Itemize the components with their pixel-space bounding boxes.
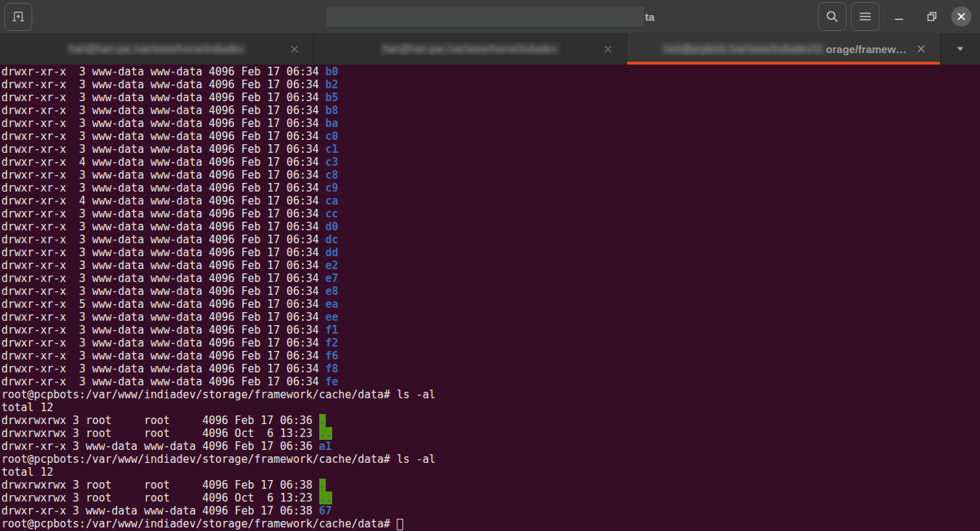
directory-name: e7	[326, 272, 339, 285]
tab-2[interactable]: hari@hari-par:/var/www/home/indiadev	[314, 33, 627, 65]
directory-name: b0	[326, 65, 339, 78]
terminal-line: drwxrwxrwx 3 root root 4096 Feb 17 06:38…	[1, 479, 980, 492]
terminal-line: root@pcpbots:/var/www/indiadev/storage/f…	[1, 388, 980, 401]
directory-name: ba	[326, 117, 339, 130]
directory-name: a1	[319, 440, 332, 453]
terminal-line: drwxrwxrwx 3 root root 4096 Oct 6 13:23 …	[1, 492, 980, 504]
terminal-line: drwxr-xr-x 3 www-data www-data 4096 Feb …	[1, 324, 980, 337]
terminal-line: drwxr-xr-x 4 www-data www-data 4096 Feb …	[1, 194, 980, 207]
window-titlebar: ta	[0, 0, 980, 33]
terminal-line: drwxr-xr-x 3 www-data www-data 4096 Feb …	[1, 311, 980, 324]
terminal-cursor	[397, 519, 403, 530]
new-tab-button[interactable]	[4, 3, 32, 31]
title-redaction-box	[326, 6, 644, 27]
directory-name: ca	[326, 194, 339, 207]
terminal-line: drwxr-xr-x 3 www-data www-data 4096 Feb …	[1, 207, 980, 220]
terminal-line: total 12	[1, 466, 980, 479]
tab-1[interactable]: hari@hari-par:/var/www/home/indiadev	[0, 33, 314, 65]
search-button[interactable]	[818, 2, 847, 31]
tab-3-close-icon[interactable]	[915, 43, 927, 55]
terminal-line: drwxr-xr-x 3 www-data www-data 4096 Feb …	[1, 117, 980, 130]
new-tab-icon	[11, 10, 26, 23]
window-title-text: ta	[645, 11, 654, 23]
terminal-line: root@pcpbots:/var/www/indiadev/storage/f…	[1, 517, 980, 530]
directory-name: c9	[326, 182, 339, 194]
tab-3-label: orage/framew…	[826, 43, 907, 55]
terminal-line: drwxr-xr-x 3 www-data www-data 4096 Feb …	[1, 78, 980, 91]
chevron-down-icon	[956, 46, 964, 52]
terminal-line: drwxr-xr-x 3 www-data www-data 4096 Feb …	[1, 375, 980, 388]
directory-name: f8	[326, 362, 339, 375]
terminal-line: drwxr-xr-x 3 www-data www-data 4096 Feb …	[1, 91, 980, 104]
tab-2-close-icon[interactable]	[602, 43, 613, 55]
terminal-line: drwxr-xr-x 3 www-data www-data 4096 Feb …	[1, 337, 980, 349]
directory-name: ee	[326, 311, 339, 324]
minimize-button[interactable]	[885, 3, 913, 30]
terminal-line: drwxr-xr-x 3 www-data www-data 4096 Feb …	[1, 362, 980, 375]
menu-button[interactable]	[851, 2, 880, 31]
window-title: ta	[326, 6, 654, 27]
terminal-line: drwxr-xr-x 5 www-data www-data 4096 Feb …	[1, 298, 980, 311]
directory-name: c1	[326, 143, 339, 156]
terminal-line: drwxr-xr-x 3 www-data www-data 4096 Feb …	[1, 182, 980, 194]
terminal-line: drwxr-xr-x 3 www-data www-data 4096 Feb …	[1, 349, 980, 362]
directory-name: e8	[326, 285, 339, 298]
tab-2-redacted-label: hari@hari-par:/var/www/home/indiadev	[380, 42, 560, 55]
directory-name: b8	[326, 104, 339, 117]
terminal-output: drwxr-xr-x 3 www-data www-data 4096 Feb …	[1, 65, 980, 530]
directory-name: dc	[326, 233, 339, 246]
tab-3-active[interactable]: root@pcpbots:/var/www/indiadev/st orage/…	[627, 33, 941, 65]
terminal-line: total 12	[1, 401, 980, 414]
directory-name: ea	[326, 298, 339, 311]
terminal-line: drwxr-xr-x 3 www-data www-data 4096 Feb …	[1, 130, 980, 143]
directory-name: f2	[326, 337, 339, 349]
tab-bar: hari@hari-par:/var/www/home/indiadev har…	[0, 33, 980, 65]
directory-name: c8	[326, 169, 339, 182]
directory-name: b5	[326, 91, 339, 104]
directory-name: 67	[319, 504, 332, 517]
tab-1-redacted-label: hari@hari-par:/var/www/home/indiadev	[66, 42, 247, 55]
directory-name: d0	[326, 220, 339, 233]
directory-name: b2	[326, 78, 339, 91]
terminal-line: drwxrwxrwx 3 root root 4096 Feb 17 06:36…	[1, 414, 980, 427]
terminal-line: drwxr-xr-x 3 www-data www-data 4096 Feb …	[1, 169, 980, 182]
terminal-line: drwxr-xr-x 3 www-data www-data 4096 Feb …	[1, 65, 980, 78]
tab-3-redacted-label: root@pcpbots:/var/www/indiadev/st	[660, 42, 825, 55]
close-button[interactable]	[951, 6, 971, 27]
terminal-line: drwxr-xr-x 3 www-data www-data 4096 Feb …	[1, 504, 980, 517]
directory-name: f6	[326, 349, 339, 362]
terminal-screen[interactable]: drwxr-xr-x 3 www-data www-data 4096 Feb …	[0, 65, 980, 531]
terminal-line: drwxr-xr-x 4 www-data www-data 4096 Feb …	[1, 156, 980, 169]
directory-name: c0	[326, 130, 339, 143]
directory-name: cc	[326, 207, 339, 220]
window-controls	[818, 0, 980, 33]
terminal-line: drwxr-xr-x 3 www-data www-data 4096 Feb …	[1, 143, 980, 156]
terminal-line: root@pcpbots:/var/www/indiadev/storage/f…	[1, 453, 980, 466]
terminal-line: drwxr-xr-x 3 www-data www-data 4096 Feb …	[1, 220, 980, 233]
restore-window-icon	[927, 11, 937, 22]
directory-name: dd	[326, 246, 339, 259]
terminal-line: drwxr-xr-x 3 www-data www-data 4096 Feb …	[1, 104, 980, 117]
close-icon	[957, 12, 966, 21]
terminal-line: drwxr-xr-x 3 www-data www-data 4096 Feb …	[1, 272, 980, 285]
minimize-icon	[894, 11, 904, 22]
tab-list-dropdown-button[interactable]	[941, 33, 980, 65]
terminal-line: drwxr-xr-x 3 www-data www-data 4096 Feb …	[1, 246, 980, 259]
directory-name: c3	[326, 156, 339, 169]
terminal-line: drwxr-xr-x 3 www-data www-data 4096 Feb …	[1, 259, 980, 272]
hamburger-menu-icon	[859, 11, 871, 22]
search-icon	[826, 10, 839, 23]
directory-name: f1	[326, 324, 339, 337]
terminal-line: drwxr-xr-x 3 www-data www-data 4096 Feb …	[1, 440, 980, 453]
terminal-line: drwxr-xr-x 3 www-data www-data 4096 Feb …	[1, 233, 980, 246]
terminal-line: drwxr-xr-x 3 www-data www-data 4096 Feb …	[1, 285, 980, 298]
maximize-button[interactable]	[918, 3, 946, 30]
directory-name: fe	[326, 375, 339, 388]
terminal-line: drwxrwxrwx 3 root root 4096 Oct 6 13:23 …	[1, 427, 980, 440]
tab-1-close-icon[interactable]	[288, 43, 300, 55]
directory-name: e2	[326, 259, 339, 272]
